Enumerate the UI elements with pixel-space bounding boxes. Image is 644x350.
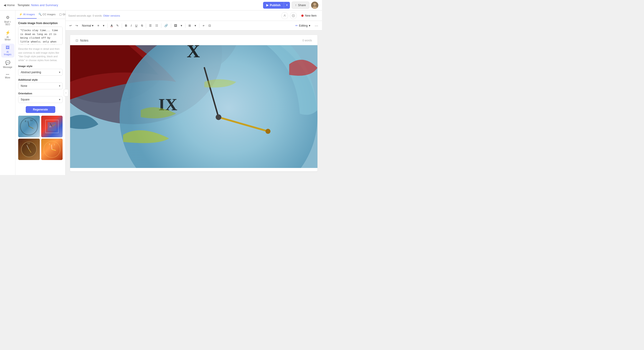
tab-ai-images[interactable]: ⚡ AI images — [17, 10, 37, 19]
table-dropdown-button[interactable]: ▾ — [193, 23, 198, 28]
special-format-button[interactable]: ≁ — [201, 23, 206, 28]
back-icon: ◀ — [4, 3, 6, 7]
highlight-icon: ✎ — [116, 24, 119, 27]
template-name-link[interactable]: Notes and Summary — [31, 3, 58, 7]
topbar-right: ▶ Publish ▾ ↑ Share — [263, 1, 318, 9]
home-label: Home — [7, 3, 15, 7]
text-style-label: Normal — [82, 24, 91, 27]
sidebar-item-brief-seo[interactable]: ⚙ Brief + SEO — [1, 13, 14, 27]
svg-point-41 — [216, 114, 222, 120]
tab-gifs[interactable]: ▢ GIFs — [57, 10, 66, 19]
publish-play-icon: ▶ — [266, 3, 268, 7]
new-item-button[interactable]: New Item — [298, 13, 319, 18]
svg-point-27 — [293, 15, 294, 16]
underline-button[interactable]: U — [134, 23, 139, 28]
sidebar-item-more[interactable]: ••• More — [1, 71, 14, 81]
editing-label: Editing — [299, 24, 308, 27]
additional-style-select[interactable]: None Dark Light Vintage — [18, 82, 62, 89]
editing-icon: ✏ — [296, 24, 298, 27]
user-avatar[interactable] — [311, 1, 318, 9]
orientation-select[interactable]: Square Landscape Portrait — [18, 96, 62, 103]
svg-point-1 — [313, 3, 316, 6]
editor-area: Saved seconds ago 0 words Older versions — [66, 10, 322, 175]
notes-header: ⊡ Notes 0 words — [70, 35, 318, 45]
topbar-left: ◀ Home Template: Notes and Summary — [4, 3, 58, 7]
panel-collapse-toggle[interactable]: ‹ — [64, 89, 68, 96]
image-dropdown-button[interactable]: ▾ — [179, 23, 184, 28]
svg-text:XII: XII — [27, 142, 30, 144]
undo-button[interactable]: ↩ — [68, 23, 74, 28]
ai-images-tab-icon: ⚡ — [19, 13, 22, 16]
template-label: Template: Notes and Summary — [18, 3, 58, 7]
bold-button[interactable]: B — [123, 23, 128, 28]
bullet-list-button[interactable]: ☰ — [148, 23, 154, 28]
settings-icon-btn[interactable] — [290, 12, 297, 19]
new-item-label: New Item — [305, 14, 316, 17]
formatting-toolbar: ↩ ↪ Normal ▾ ≡ ▾ A ✎ B I U S ☰ ☷ — [66, 21, 322, 30]
image-grid: X XI — [18, 116, 62, 160]
image-thumb-2[interactable]: IV — [41, 116, 63, 137]
toolbar-sep-1 — [108, 23, 108, 28]
text-style-dropdown[interactable]: Normal ▾ — [80, 23, 95, 28]
image-button[interactable]: 🖼 — [172, 23, 179, 28]
ai-images-label: AI Images — [4, 51, 12, 56]
block-format-button[interactable]: ⊡ — [207, 23, 212, 28]
strikethrough-button[interactable]: S — [140, 23, 145, 28]
textarea-placeholder: Describe the image in detail and then us… — [18, 47, 62, 62]
description-textarea[interactable]: "Clocks slay time... time is dead as lon… — [18, 27, 62, 45]
svg-text:X: X — [24, 120, 26, 123]
orientation-select-wrapper: Square Landscape Portrait — [18, 96, 62, 103]
sidebar-item-ai-images[interactable]: 🖼 AI Images — [1, 44, 14, 57]
sidebar-item-message[interactable]: 💬 Message — [1, 58, 14, 70]
tab-cc-images[interactable]: 🔍 CC images — [37, 10, 57, 19]
image-thumb-3[interactable]: XII — [18, 139, 40, 160]
editing-mode-dropdown[interactable]: ✏ Editing ▾ — [293, 23, 313, 28]
editing-chevron: ▾ — [309, 24, 310, 27]
align-button[interactable]: ≡ — [96, 23, 101, 28]
redo-button[interactable]: ↪ — [74, 23, 80, 28]
more-options-button[interactable]: ⋯ — [313, 22, 320, 29]
gifs-tab-label: GIFs — [62, 13, 66, 16]
share-button[interactable]: ↑ Share — [292, 1, 309, 9]
table-button[interactable]: ⊞ — [187, 23, 192, 28]
link-button[interactable]: 🔗 — [163, 23, 170, 28]
additional-style-label: Additional style — [18, 78, 62, 81]
regenerate-button[interactable]: Regenerate — [26, 106, 55, 113]
more-icon: ••• — [6, 73, 9, 76]
svg-text:VII: VII — [169, 166, 194, 168]
highlight-button[interactable]: ✎ — [115, 23, 120, 28]
align-dropdown-button[interactable]: ▾ — [101, 23, 106, 28]
ai-panel-tabs: ⚡ AI images 🔍 CC images ▢ GIFs — [16, 10, 65, 19]
collaborators-icon-btn[interactable] — [281, 12, 288, 19]
svg-text:IV: IV — [49, 126, 52, 128]
orientation-label: Orientation — [18, 92, 62, 95]
ordered-list-button[interactable]: ☷ — [154, 23, 160, 28]
sidebar-item-ai-writer[interactable]: ⚡ AI Writer — [1, 28, 14, 43]
publish-button[interactable]: ▶ Publish ▾ — [263, 2, 290, 9]
more-label: More — [5, 76, 10, 79]
italic-button[interactable]: I — [129, 23, 133, 28]
toolbar-sep-2 — [122, 23, 122, 28]
create-section-title: Create image from description — [18, 21, 62, 25]
publish-main[interactable]: ▶ Publish — [263, 2, 284, 8]
editor-content[interactable]: ⊡ Notes 0 words — [66, 30, 322, 175]
text-style-chevron: ▾ — [92, 24, 94, 27]
publish-dropdown-arrow[interactable]: ▾ — [284, 2, 290, 8]
saved-status: Saved seconds ago — [68, 14, 91, 17]
older-versions-link[interactable]: Older versions — [103, 14, 120, 17]
notes-word-count: 0 words — [302, 39, 312, 42]
back-home-link[interactable]: ◀ Home — [4, 3, 15, 7]
image-thumb-1[interactable]: X XI — [18, 116, 40, 137]
image-style-select[interactable]: Abstract painting Realistic Cartoon Wate… — [18, 69, 62, 76]
svg-text:XI: XI — [30, 119, 33, 122]
text-color-button[interactable]: A — [109, 23, 114, 28]
ai-panel-body: Create image from description "Clocks sl… — [16, 19, 65, 175]
share-label: Share — [298, 3, 306, 7]
ai-panel-container: ⚡ AI images 🔍 CC images ▢ GIFs Create im… — [16, 10, 66, 175]
share-icon: ↑ — [295, 3, 297, 7]
icon-sidebar: ⚙ Brief + SEO ⚡ AI Writer 🖼 AI Images 💬 … — [0, 10, 16, 175]
image-thumb-4[interactable]: X I — [41, 139, 63, 160]
ai-images-icon: 🖼 — [6, 45, 10, 50]
toolbar-sep-4 — [161, 23, 161, 28]
ai-writer-icon: ⚡ — [5, 30, 10, 35]
